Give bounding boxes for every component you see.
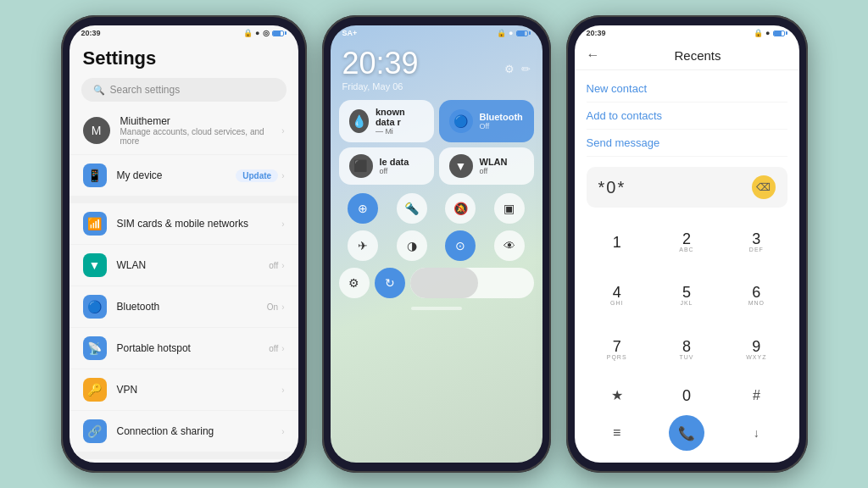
cc-wlan-tile[interactable]: ▼ WLAN off bbox=[439, 147, 534, 185]
wlan-item[interactable]: ▼ WLAN off › bbox=[70, 245, 298, 286]
bluetooth-item[interactable]: 🔵 Bluetooth On › bbox=[70, 286, 298, 328]
wlan-content: WLAN bbox=[117, 259, 259, 271]
hash-key[interactable]: # bbox=[722, 382, 790, 408]
sharing-label: Connection & sharing bbox=[117, 425, 272, 437]
down-symbol: ↓ bbox=[754, 426, 760, 440]
device-content: My device bbox=[117, 169, 226, 181]
wallpaper-item[interactable]: 🖼️ Wallpaper & personalization › bbox=[70, 459, 298, 463]
key-letters: GHI bbox=[610, 300, 623, 306]
hash-symbol: # bbox=[753, 388, 760, 403]
dial-key-7[interactable]: 7 PQRS bbox=[583, 324, 651, 375]
call-button[interactable]: 📞 bbox=[653, 410, 721, 456]
dial-key-6[interactable]: 6 MNO bbox=[722, 269, 790, 321]
sharing-content: Connection & sharing bbox=[117, 425, 272, 437]
cc-bottom-refresh[interactable]: ↻ bbox=[375, 268, 405, 298]
add-to-contacts-link[interactable]: Add to contacts bbox=[587, 103, 787, 130]
account-item[interactable]: M Miuithemer Manage accounts, cloud serv… bbox=[70, 107, 298, 155]
key-num: 7 bbox=[613, 339, 621, 354]
cc-status-time: SA+ bbox=[342, 29, 358, 37]
settings-list: M Miuithemer Manage accounts, cloud serv… bbox=[70, 107, 298, 463]
phone-settings: 20:39 🔒 ● ◎ Settings 🔍 Search settings bbox=[61, 15, 307, 473]
account-sub: Manage accounts, cloud services, and mor… bbox=[120, 127, 272, 146]
cc-mobile-tile[interactable]: ⬛ le data off bbox=[339, 147, 434, 185]
sim-icon: 📶 bbox=[83, 212, 107, 236]
cc-data-name: known data r bbox=[376, 107, 424, 127]
menu-symbol: ≡ bbox=[613, 425, 620, 441]
cc-btn-location[interactable]: ⊙ bbox=[445, 230, 476, 261]
cc-btn-rotate[interactable]: ⊕ bbox=[348, 193, 378, 224]
sim-item[interactable]: 📶 SIM cards & mobile networks › bbox=[70, 203, 298, 245]
my-device-item[interactable]: 📱 My device Update › bbox=[70, 155, 298, 197]
cc-slider[interactable] bbox=[410, 268, 534, 298]
dial-key-8[interactable]: 8 TUV bbox=[653, 324, 721, 375]
divider bbox=[70, 197, 298, 203]
dial-pad: 1 2 ABC 3 DEF 4 GHI 5 JKL bbox=[575, 213, 799, 379]
cc-bluetooth-tile-sub: Off bbox=[480, 122, 523, 130]
cc-slider-fill bbox=[410, 268, 478, 298]
search-placeholder: Search settings bbox=[110, 84, 181, 96]
dial-key-9[interactable]: 9 WXYZ bbox=[722, 324, 790, 375]
cc-btn-contrast[interactable]: ◑ bbox=[397, 230, 427, 261]
sim-content: SIM cards & mobile networks bbox=[117, 218, 272, 230]
cc-time-section: 20:39 Friday, May 06 ⚙ ✏ bbox=[331, 41, 542, 95]
cc-bluetooth-tile-name: Bluetooth bbox=[480, 112, 523, 122]
cc-wlan-tile-name: WLAN bbox=[480, 157, 508, 167]
cc-bottom-row: ⚙ ↻ bbox=[331, 264, 542, 302]
back-button[interactable]: ← bbox=[587, 47, 600, 63]
cc-btn-mute[interactable]: 🔕 bbox=[445, 193, 476, 224]
device-label: My device bbox=[117, 169, 226, 181]
cc-btn-airplane[interactable]: ✈ bbox=[348, 230, 378, 261]
cc-data-tile[interactable]: 💧 known data r — Mi bbox=[339, 100, 434, 142]
vpn-item[interactable]: 🔑 VPN › bbox=[70, 369, 298, 411]
update-badge[interactable]: Update bbox=[236, 169, 278, 182]
key-num: 3 bbox=[752, 231, 760, 247]
menu-key[interactable]: ≡ bbox=[583, 410, 651, 456]
send-message-link[interactable]: Send message bbox=[587, 130, 787, 157]
dialer-status-time: 20:39 bbox=[587, 29, 606, 37]
cc-data-icon: 💧 bbox=[349, 109, 369, 133]
control-center-content: SA+ 🔒 ● 20:39 Friday, May 06 ⚙ bbox=[331, 25, 542, 463]
search-box[interactable]: 🔍 Search settings bbox=[81, 78, 287, 102]
zero-key[interactable]: 0 bbox=[653, 382, 721, 408]
cc-status-bar: SA+ 🔒 ● bbox=[331, 25, 542, 41]
cc-date: Friday, May 06 bbox=[342, 81, 419, 92]
dial-key-4[interactable]: 4 GHI bbox=[583, 269, 651, 321]
dialer-status-icons: 🔒 ● bbox=[754, 29, 787, 37]
cc-btn-torch[interactable]: 🔦 bbox=[397, 193, 427, 224]
call-icon[interactable]: 📞 bbox=[669, 415, 704, 451]
star-key[interactable]: ★ bbox=[583, 382, 651, 408]
avatar: M bbox=[83, 117, 110, 144]
vpn-content: VPN bbox=[117, 384, 272, 396]
cc-tiles-row2: ⬛ le data off ▼ WLAN off bbox=[331, 147, 542, 190]
dial-key-5[interactable]: 5 JKL bbox=[653, 269, 721, 321]
chevron-icon: › bbox=[281, 427, 284, 436]
device-right: Update › bbox=[236, 169, 284, 182]
dial-key-3[interactable]: 3 DEF bbox=[722, 216, 790, 268]
cc-bottom-gear[interactable]: ⚙ bbox=[339, 268, 370, 298]
sharing-item[interactable]: 🔗 Connection & sharing › bbox=[70, 411, 298, 452]
wlan-value: off bbox=[269, 261, 278, 270]
cc-bluetooth-tile[interactable]: 🔵 Bluetooth Off bbox=[439, 100, 534, 142]
cc-edit-icon[interactable]: ✏ bbox=[521, 63, 531, 75]
backspace-button[interactable]: ⌫ bbox=[752, 175, 776, 199]
cc-settings-icon[interactable]: ⚙ bbox=[504, 63, 515, 75]
dial-key-2[interactable]: 2 ABC bbox=[653, 216, 721, 268]
dial-display: *0* ⌫ bbox=[587, 167, 787, 208]
down-key[interactable]: ↓ bbox=[722, 410, 790, 456]
wlan-right: off › bbox=[269, 261, 284, 270]
new-contact-link[interactable]: New contact bbox=[587, 75, 787, 103]
settings-title: Settings bbox=[70, 41, 298, 73]
vpn-label: VPN bbox=[117, 384, 272, 396]
key-letters: DEF bbox=[749, 247, 764, 252]
status-bar-settings: 20:39 🔒 ● ◎ bbox=[70, 25, 298, 41]
cc-battery bbox=[516, 30, 531, 36]
dial-key-1[interactable]: 1 bbox=[583, 216, 651, 268]
cc-btn-cast[interactable]: ▣ bbox=[494, 193, 525, 224]
dial-number: *0* bbox=[598, 178, 626, 197]
bluetooth-label: Bluetooth bbox=[117, 301, 257, 313]
device-icon: 📱 bbox=[83, 164, 107, 187]
dialer-battery bbox=[773, 30, 787, 36]
hotspot-value: off bbox=[269, 344, 278, 353]
hotspot-item[interactable]: 📡 Portable hotspot off › bbox=[70, 328, 298, 369]
cc-btn-eye[interactable]: 👁 bbox=[494, 230, 525, 261]
